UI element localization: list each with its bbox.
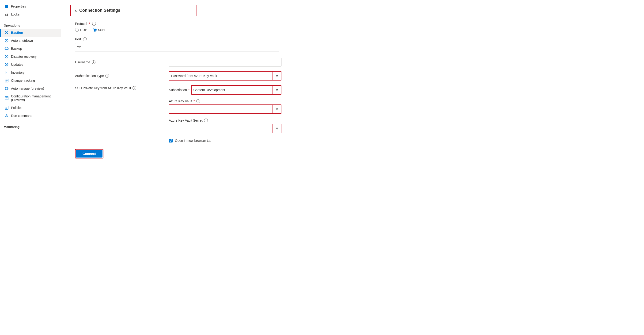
ssh-key-label: SSH Private Key from Azure Key Vault i xyxy=(75,85,169,90)
run-command-icon xyxy=(4,114,9,118)
open-tab-checkbox[interactable] xyxy=(169,139,172,143)
policies-icon xyxy=(4,106,9,110)
sidebar-item-locks[interactable]: Locks xyxy=(0,10,61,18)
protocol-section: Protocol * i RDP SSH Port i xyxy=(70,22,634,143)
svg-rect-0 xyxy=(5,5,6,6)
subscription-field: Subscription * Content Development ∨ xyxy=(169,85,282,95)
svg-rect-7 xyxy=(6,7,7,8)
svg-rect-1 xyxy=(6,5,7,6)
auto-shutdown-icon xyxy=(4,39,9,43)
updates-icon xyxy=(4,63,9,67)
sidebar-item-auto-shutdown-label: Auto-shutdown xyxy=(11,39,33,43)
auth-type-label: Authentication Type i xyxy=(75,74,169,78)
protocol-required: * xyxy=(89,22,90,26)
sidebar-item-policies-label: Policies xyxy=(11,106,22,110)
monitoring-section-header: Monitoring xyxy=(0,123,61,130)
sidebar-item-run-command[interactable]: Run command xyxy=(0,112,61,120)
username-label: Username i xyxy=(75,60,169,64)
sidebar-item-auto-shutdown[interactable]: Auto-shutdown xyxy=(0,37,61,45)
protocol-radio-group: RDP SSH xyxy=(75,28,634,32)
subscription-sub-label: Subscription * Content Development ∨ xyxy=(169,85,282,95)
auth-type-select[interactable]: Password SSH Private Key Password from A… xyxy=(169,72,281,80)
protocol-rdp-label[interactable]: RDP xyxy=(75,28,87,32)
svg-point-10 xyxy=(6,15,7,15)
sidebar-item-automanage[interactable]: Automanage (preview) xyxy=(0,85,61,93)
connection-settings-chevron: ∧ xyxy=(74,9,77,13)
auth-type-row: Authentication Type i Password SSH Priva… xyxy=(75,71,634,81)
svg-rect-16 xyxy=(5,71,8,74)
svg-rect-4 xyxy=(6,6,7,7)
username-control xyxy=(169,58,282,67)
ssh-key-info-icon[interactable]: i xyxy=(132,86,136,90)
sidebar-item-change-tracking[interactable]: Change tracking xyxy=(0,77,61,85)
svg-rect-6 xyxy=(5,7,6,8)
azure-key-vault-info-icon[interactable]: i xyxy=(196,99,200,103)
svg-rect-2 xyxy=(7,5,8,6)
sidebar-item-policies[interactable]: Policies xyxy=(0,104,61,112)
svg-rect-5 xyxy=(7,6,8,7)
sidebar-item-disaster-recovery[interactable]: Disaster recovery xyxy=(0,53,61,61)
svg-point-21 xyxy=(6,114,7,116)
main-content: ∧ Connection Settings Protocol * i RDP S… xyxy=(61,0,644,335)
sidebar-item-inventory[interactable]: Inventory xyxy=(0,69,61,77)
sidebar-item-updates-label: Updates xyxy=(11,63,23,67)
open-tab-row: Open in new browser tab xyxy=(169,139,282,143)
sidebar-item-run-command-label: Run command xyxy=(11,114,32,118)
azure-key-vault-field: Azure Key Vault * i ∨ xyxy=(169,99,282,114)
ssh-key-sub-fields: Subscription * Content Development ∨ xyxy=(169,85,282,143)
subscription-required: * xyxy=(188,88,190,92)
auth-type-control: Password SSH Private Key Password from A… xyxy=(169,71,282,81)
azure-key-vault-select[interactable] xyxy=(169,105,281,113)
disaster-recovery-icon xyxy=(4,55,9,59)
svg-point-18 xyxy=(6,88,7,89)
inventory-icon xyxy=(4,70,9,75)
sidebar-item-bastion-label: Bastion xyxy=(11,31,23,35)
port-input[interactable] xyxy=(75,43,279,51)
ssh-key-label-row: SSH Private Key from Azure Key Vault i S… xyxy=(75,85,634,143)
sidebar-item-inventory-label: Inventory xyxy=(11,71,24,74)
locks-icon xyxy=(4,12,9,17)
protocol-ssh-radio[interactable] xyxy=(93,28,96,32)
port-info-icon[interactable]: i xyxy=(83,37,87,41)
operations-section-header: Operations xyxy=(0,21,61,29)
bastion-icon xyxy=(4,31,9,35)
port-label: Port xyxy=(75,37,81,41)
protocol-rdp-radio[interactable] xyxy=(75,28,79,32)
open-tab-label: Open in new browser tab xyxy=(175,139,212,143)
sidebar-item-properties[interactable]: Properties xyxy=(0,2,61,10)
subscription-select[interactable]: Content Development xyxy=(192,86,281,94)
connect-btn-wrapper: Connect xyxy=(75,149,104,158)
protocol-info-icon[interactable]: i xyxy=(92,22,96,26)
protocol-ssh-label[interactable]: SSH xyxy=(93,28,105,32)
sidebar-item-change-tracking-label: Change tracking xyxy=(11,79,35,82)
protocol-ssh-text: SSH xyxy=(98,28,105,32)
sidebar-item-backup-label: Backup xyxy=(11,47,22,51)
sidebar-divider-monitoring xyxy=(0,121,61,121)
connect-button[interactable]: Connect xyxy=(76,150,102,158)
sidebar-item-properties-label: Properties xyxy=(11,5,26,8)
change-tracking-icon xyxy=(4,78,9,83)
auth-type-info-icon[interactable]: i xyxy=(105,74,109,78)
azure-key-vault-secret-info-icon[interactable]: i xyxy=(204,119,208,122)
sidebar-item-backup[interactable]: Backup xyxy=(0,45,61,53)
sidebar-item-bastion[interactable]: Bastion xyxy=(0,29,61,37)
sidebar-item-updates[interactable]: Updates xyxy=(0,61,61,69)
azure-key-vault-secret-field: Azure Key Vault Secret i ∨ xyxy=(169,119,282,133)
sidebar-item-config-mgmt[interactable]: Configuration management (Preview) xyxy=(0,93,61,104)
connection-settings-title: Connection Settings xyxy=(79,8,120,13)
username-input[interactable] xyxy=(169,58,282,67)
protocol-rdp-text: RDP xyxy=(80,28,87,32)
connection-settings-header[interactable]: ∧ Connection Settings xyxy=(70,5,197,16)
sidebar-item-locks-label: Locks xyxy=(11,13,20,16)
sidebar-divider-operations xyxy=(0,20,61,20)
azure-key-vault-secret-select[interactable] xyxy=(169,124,281,133)
connect-section: Connect xyxy=(70,149,634,158)
sidebar-item-config-mgmt-label: Configuration management (Preview) xyxy=(11,94,57,102)
backup-icon xyxy=(4,47,9,51)
automanage-icon xyxy=(4,86,9,91)
properties-icon xyxy=(4,4,9,9)
username-info-icon[interactable]: i xyxy=(92,60,96,64)
protocol-label: Protocol xyxy=(75,22,87,26)
username-row: Username i xyxy=(75,58,634,67)
config-mgmt-icon xyxy=(4,96,9,100)
